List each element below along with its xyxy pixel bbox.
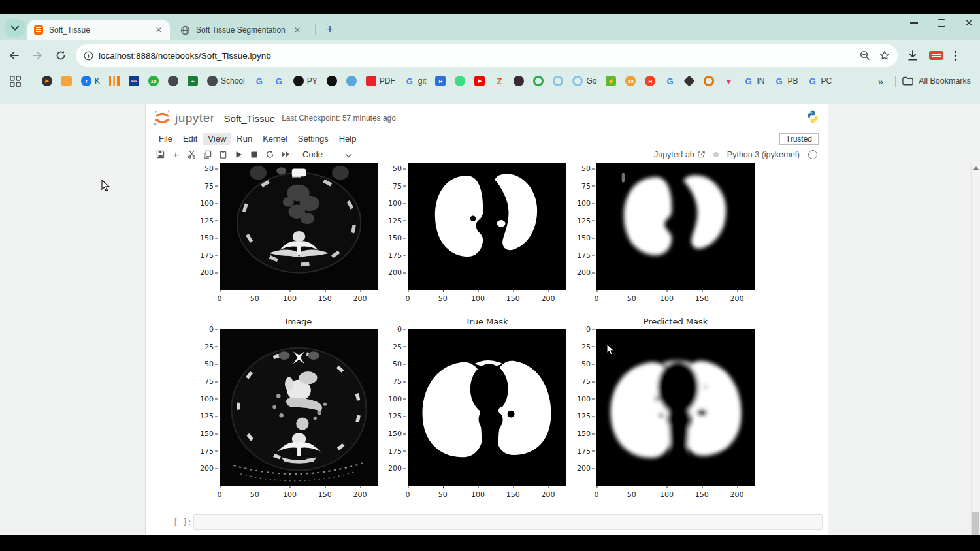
x-tick-label: 100 [660, 490, 674, 499]
reload-button[interactable] [51, 46, 71, 65]
bookmark-item[interactable]: PY [293, 76, 318, 86]
bookmark-item[interactable] [327, 76, 337, 86]
menu-edit[interactable]: Edit [178, 133, 203, 145]
external-link-icon [698, 151, 705, 158]
download-icon[interactable] [907, 50, 919, 61]
code-input[interactable] [193, 514, 823, 530]
bookmark-item[interactable]: ▶ [42, 76, 52, 86]
tab-search-button[interactable] [5, 19, 25, 37]
cell-type-chevron-icon[interactable] [345, 149, 352, 161]
bookmark-item[interactable]: ♥ [723, 76, 734, 86]
restart-kernel-button[interactable] [262, 148, 278, 161]
bookmark-item[interactable]: + [188, 76, 198, 86]
y-tick-label: 50 [393, 165, 402, 173]
bookmark-item[interactable] [533, 76, 544, 86]
apps-grid-icon[interactable] [9, 75, 22, 87]
tab-close-icon[interactable]: ✕ [293, 25, 302, 35]
url-text[interactable]: localhost:8888/notebooks/Soft_Tissue.ipy… [99, 51, 860, 61]
add-cell-button[interactable]: + [168, 148, 184, 161]
bookmark-item[interactable] [346, 76, 357, 86]
x-tick-label: 100 [471, 294, 485, 303]
maximize-button[interactable] [937, 18, 946, 27]
plot-y-axis: 5075100125150175200 [385, 163, 408, 290]
jupyterlab-link[interactable]: JupyterLab [654, 150, 705, 159]
tab-soft-tissue-segmentation[interactable]: Soft Tissue Segmentation ✕ [174, 20, 308, 40]
bookmark-item[interactable]: 15 [148, 76, 159, 86]
bookmark-item[interactable] [684, 76, 694, 86]
bookmark-item[interactable]: GPB [774, 76, 798, 86]
cell-type-dropdown[interactable]: Code [302, 150, 323, 159]
minimize-button[interactable] [909, 18, 919, 27]
bookmark-item[interactable] [553, 76, 563, 86]
menu-help[interactable]: Help [334, 133, 362, 145]
save-button[interactable] [152, 148, 168, 161]
bookmark-item[interactable]: GPC [807, 76, 832, 86]
back-button[interactable] [4, 46, 24, 65]
stop-kernel-button[interactable] [246, 148, 262, 161]
copy-cell-button[interactable] [199, 148, 215, 161]
bookmark-item[interactable] [61, 76, 72, 86]
bookmark-item[interactable]: G [274, 76, 284, 86]
cut-cell-button[interactable] [184, 148, 199, 161]
notebook-title[interactable]: Soft_Tissue [224, 113, 276, 124]
x-tick-label: 200 [353, 490, 367, 499]
tab-soft-tissue[interactable]: Soft_Tissue ✕ [27, 20, 170, 40]
paste-cell-button[interactable] [215, 148, 231, 161]
extension-icon[interactable] [929, 51, 943, 60]
bookmark-item[interactable]: IEEE [129, 76, 139, 86]
bookmark-item[interactable]: ⚡ [606, 76, 616, 86]
zoom-icon[interactable] [860, 50, 870, 61]
scroll-up-icon[interactable] [973, 166, 979, 170]
bookmark-item[interactable]: Ggit [404, 76, 427, 86]
bookmark-item[interactable]: Я [645, 76, 655, 86]
forward-button[interactable] [27, 46, 47, 65]
run-cell-button[interactable] [231, 148, 246, 161]
scrollbar[interactable] [971, 163, 980, 548]
menu-kernel[interactable]: Kernel [257, 133, 293, 145]
bookmark-item[interactable]: ▶ [474, 76, 485, 86]
bookmark-item[interactable]: Go [572, 76, 596, 86]
plot-y-axis: 0255075100125150175200 [385, 329, 408, 486]
jupyter-brand[interactable]: jupyter [175, 111, 215, 125]
page-content: jupyter Soft_Tissue Last Checkpoint: 57 … [0, 104, 980, 535]
x-tick-label: 100 [283, 490, 297, 499]
bookmark-item[interactable]: fK [81, 76, 100, 86]
close-button[interactable]: ✕ [964, 18, 973, 27]
bookmark-item[interactable] [704, 76, 714, 86]
site-info-icon[interactable] [84, 51, 93, 61]
kernel-status-icon[interactable] [808, 150, 817, 159]
menu-settings[interactable]: Settings [293, 133, 334, 145]
notification-dot-icon[interactable] [713, 152, 719, 157]
bookmark-item[interactable] [109, 76, 120, 86]
bookmark-item[interactable] [455, 76, 465, 86]
y-tick-label: 175 [388, 447, 402, 455]
kernel-name[interactable]: Python 3 (ipykernel) [727, 150, 800, 159]
scrollbar-thumb[interactable] [972, 512, 979, 536]
menu-file[interactable]: File [154, 133, 178, 145]
tab-close-icon[interactable]: ✕ [154, 25, 163, 35]
menu-view[interactable]: View [203, 133, 231, 145]
bookmarks-overflow-button[interactable]: » [878, 76, 883, 87]
all-bookmarks-button[interactable]: All Bookmarks [902, 76, 971, 86]
bookmark-item[interactable]: Z [494, 76, 504, 86]
bookmark-star-icon[interactable] [879, 50, 890, 61]
address-bar[interactable]: localhost:8888/notebooks/Soft_Tissue.ipy… [76, 44, 898, 67]
menu-run[interactable]: Run [231, 133, 257, 145]
menu-dots-icon[interactable] [954, 50, 957, 61]
bookmark-item[interactable]: G [664, 76, 675, 86]
trusted-button[interactable]: Trusted [779, 133, 819, 145]
cell-prompt: [ ]: [173, 518, 192, 527]
bookmark-item[interactable]: ex [625, 76, 636, 86]
bookmark-item[interactable]: H [435, 76, 446, 86]
empty-code-cell[interactable]: [ ]: [146, 514, 828, 531]
bookmark-item[interactable]: G [254, 76, 265, 86]
bookmark-item[interactable]: GIN [743, 76, 764, 86]
bookmark-item[interactable] [514, 76, 524, 86]
new-tab-button[interactable]: + [321, 21, 338, 38]
bookmark-item[interactable]: PDF [366, 76, 395, 86]
bookmark-item[interactable]: School [207, 76, 245, 86]
y-tick-label: 25 [581, 342, 591, 351]
bookmark-favicon-icon: G [774, 76, 784, 86]
bookmark-item[interactable] [168, 76, 178, 86]
restart-run-all-button[interactable] [278, 148, 293, 161]
